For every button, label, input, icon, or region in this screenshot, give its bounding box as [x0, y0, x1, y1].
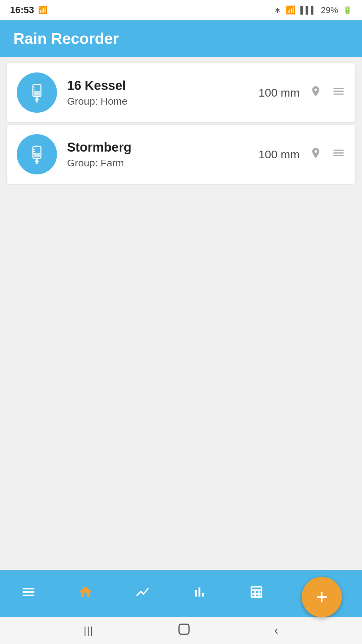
add-icon: +: [316, 587, 327, 607]
station-list: 16 Kessel Group: Home 100 mm: [0, 57, 362, 597]
svg-point-6: [36, 99, 38, 103]
app-title: Rain Recorder: [13, 30, 119, 48]
station-info-1: 16 Kessel Group: Home: [67, 78, 248, 107]
battery-icon: 🔋: [343, 6, 352, 14]
rain-gauge-icon-2: [26, 144, 48, 165]
list-icon-2[interactable]: [332, 146, 345, 163]
station-group-1: Group: Home: [67, 96, 248, 107]
sys-back-button[interactable]: ‹: [274, 624, 278, 638]
station-icon-1: [17, 72, 57, 113]
sys-nav-bar: ||| ‹: [0, 617, 362, 644]
station-card-1[interactable]: 16 Kessel Group: Home 100 mm: [7, 63, 355, 122]
bluetooth-icon: ∗: [274, 5, 281, 15]
battery-text: 29%: [321, 5, 338, 15]
nav-trend[interactable]: [128, 581, 157, 603]
nav-chart[interactable]: [185, 581, 214, 603]
nav-report[interactable]: [242, 581, 271, 603]
add-station-fab[interactable]: +: [302, 577, 342, 617]
signal-icon: ▌▌▌: [300, 6, 316, 14]
station-actions-2: 100 mm: [258, 146, 345, 163]
station-measurement-1: 100 mm: [258, 86, 300, 99]
list-icon-1[interactable]: [332, 85, 345, 101]
station-measurement-2: 100 mm: [258, 148, 300, 161]
status-time: 16:53: [10, 5, 34, 15]
sys-home-button[interactable]: [177, 623, 191, 639]
nav-menu[interactable]: [14, 581, 43, 603]
status-bar: 16:53 📶 ∗ 📶 ▌▌▌ 29% 🔋: [0, 0, 362, 20]
location-icon-1[interactable]: [310, 85, 322, 100]
sys-recents-button[interactable]: |||: [84, 625, 94, 636]
rain-gauge-icon-1: [26, 82, 48, 103]
station-name-2: Stormberg: [67, 140, 248, 155]
station-name-1: 16 Kessel: [67, 78, 248, 93]
station-icon-2: [17, 134, 57, 174]
wifi-icon: 📶: [286, 5, 296, 15]
station-actions-1: 100 mm: [258, 85, 345, 101]
station-card-2[interactable]: Stormberg Group: Farm 100 mm: [7, 125, 355, 184]
svg-rect-14: [179, 624, 189, 634]
sim-icon: 📶: [38, 6, 47, 14]
station-info-2: Stormberg Group: Farm: [67, 140, 248, 169]
location-icon-2[interactable]: [310, 147, 322, 162]
app-bar: Rain Recorder: [0, 20, 362, 57]
svg-point-13: [36, 161, 38, 164]
station-group-2: Group: Farm: [67, 157, 248, 169]
nav-home[interactable]: [71, 581, 100, 603]
